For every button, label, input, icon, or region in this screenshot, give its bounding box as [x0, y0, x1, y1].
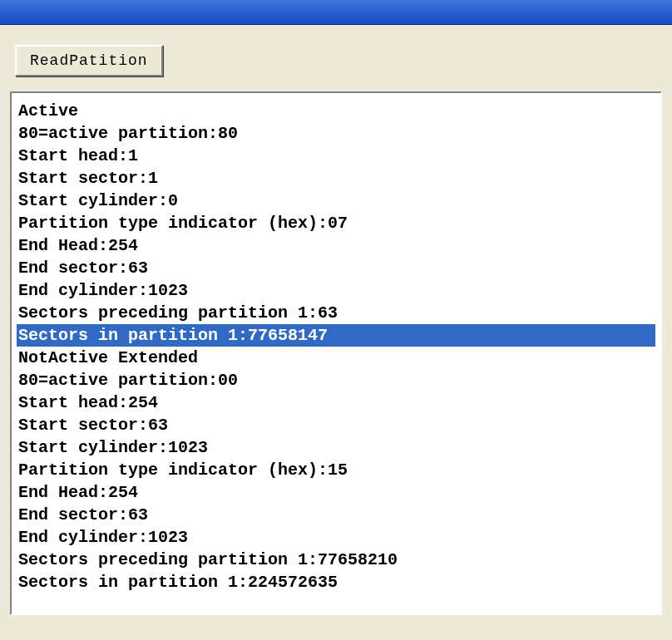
output-line[interactable]: End cylinder:1023: [17, 279, 655, 302]
output-line[interactable]: Sectors preceding partition 1:63: [17, 302, 655, 324]
output-line[interactable]: End Head:254: [17, 481, 655, 504]
output-line[interactable]: End sector:63: [17, 257, 655, 279]
output-panel: Active80=active partition:80Start head:1…: [10, 91, 662, 615]
read-partition-button[interactable]: ReadPatition: [15, 45, 163, 76]
output-line[interactable]: Partition type indicator (hex):07: [17, 212, 655, 234]
output-line[interactable]: Start cylinder:1023: [17, 436, 655, 459]
output-line[interactable]: Start cylinder:0: [17, 190, 655, 212]
title-bar: [0, 0, 672, 25]
output-line[interactable]: End cylinder:1023: [17, 526, 655, 549]
output-line[interactable]: Sectors in partition 1:77658147: [17, 324, 655, 347]
output-line[interactable]: NotActive Extended: [17, 347, 655, 369]
output-line[interactable]: Sectors in partition 1:224572635: [17, 571, 655, 593]
output-line[interactable]: 80=active partition:80: [17, 122, 655, 145]
output-line[interactable]: Sectors preceding partition 1:77658210: [17, 549, 655, 571]
output-line[interactable]: End Head:254: [17, 234, 655, 257]
output-line[interactable]: End sector:63: [17, 504, 655, 526]
output-line[interactable]: Start head:1: [17, 145, 655, 167]
output-line[interactable]: Start sector:1: [17, 167, 655, 190]
toolbar-area: ReadPatition: [0, 25, 672, 91]
output-line[interactable]: Partition type indicator (hex):15: [17, 459, 655, 481]
output-line[interactable]: Start sector:63: [17, 414, 655, 436]
output-listbox[interactable]: Active80=active partition:80Start head:1…: [13, 95, 659, 612]
output-line[interactable]: Active: [17, 100, 655, 122]
output-line[interactable]: Start head:254: [17, 391, 655, 414]
output-line[interactable]: 80=active partition:00: [17, 369, 655, 391]
